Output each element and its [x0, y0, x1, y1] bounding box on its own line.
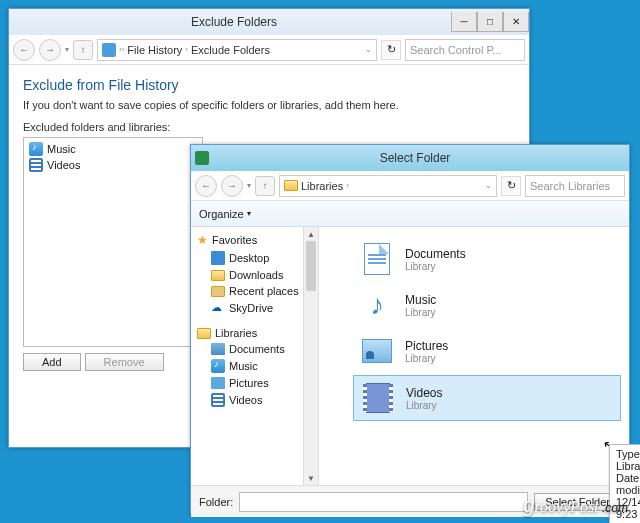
group-label: Favorites: [212, 234, 257, 246]
close-button[interactable]: ✕: [503, 12, 529, 32]
page-heading: Exclude from File History: [23, 77, 515, 93]
excluded-list[interactable]: Music Videos: [23, 137, 203, 347]
minimize-button[interactable]: ─: [451, 12, 477, 32]
page-subtext: If you don't want to save copies of spec…: [23, 99, 515, 111]
scroll-down-icon[interactable]: ▼: [304, 471, 318, 485]
up-button[interactable]: ↑: [73, 40, 93, 60]
forward-button[interactable]: →: [221, 175, 243, 197]
nav-bar: ← → ▾ ↑ Libraries › ⌄ ↻ Search Libraries: [191, 171, 629, 201]
library-item-pictures[interactable]: PicturesLibrary: [353, 329, 621, 373]
scroll-up-icon[interactable]: ▲: [304, 227, 318, 241]
documents-icon: [364, 243, 390, 275]
item-label: SkyDrive: [229, 302, 273, 314]
pictures-icon: [211, 377, 225, 389]
item-label: Videos: [229, 394, 262, 406]
item-name: Pictures: [405, 339, 448, 353]
folder-icon: [211, 270, 225, 281]
sidebar-item-desktop[interactable]: Desktop: [191, 249, 318, 267]
maximize-button[interactable]: □: [477, 12, 503, 32]
folder-label: Folder:: [199, 496, 233, 508]
library-item-videos[interactable]: VideosLibrary: [353, 375, 621, 421]
recent-dd-icon[interactable]: ▾: [65, 45, 69, 54]
music-icon: [29, 142, 43, 156]
back-button[interactable]: ←: [195, 175, 217, 197]
sidebar-item-music[interactable]: Music: [191, 357, 318, 375]
chevron-right-icon: ›: [346, 181, 349, 190]
sidebar: ★Favorites Desktop Downloads Recent plac…: [191, 227, 319, 485]
window-title: Select Folder: [209, 151, 621, 165]
item-label: Desktop: [229, 252, 269, 264]
cloud-icon: ☁: [211, 301, 225, 315]
search-input[interactable]: Search Control P...: [405, 39, 525, 61]
list-item[interactable]: Music: [27, 141, 199, 157]
sidebar-item-recent[interactable]: Recent places: [191, 283, 318, 299]
location-icon: [102, 43, 116, 57]
select-folder-window: Select Folder ← → ▾ ↑ Libraries › ⌄ ↻ Se…: [190, 144, 630, 514]
nav-bar: ← → ▾ ↑ ‹‹ File History › Exclude Folder…: [9, 35, 529, 65]
scroll-thumb[interactable]: [306, 241, 316, 291]
organize-menu[interactable]: Organize▾: [199, 208, 251, 220]
item-label: Downloads: [229, 269, 283, 281]
chevron-down-icon: ▾: [247, 209, 251, 218]
star-icon: ★: [197, 233, 208, 247]
music-icon: [211, 359, 225, 373]
sidebar-item-pictures[interactable]: Pictures: [191, 375, 318, 391]
sidebar-group-favorites[interactable]: ★Favorites: [191, 231, 318, 249]
app-icon: [195, 151, 209, 165]
address-bar[interactable]: ‹‹ File History › Exclude Folders ⌄: [97, 39, 377, 61]
organize-label: Organize: [199, 208, 244, 220]
refresh-button[interactable]: ↻: [501, 176, 521, 196]
breadcrumb[interactable]: File History: [127, 44, 182, 56]
chevron-right-icon: ›: [185, 45, 188, 54]
remove-button[interactable]: Remove: [85, 353, 164, 371]
sidebar-item-videos[interactable]: Videos: [191, 391, 318, 409]
sidebar-item-downloads[interactable]: Downloads: [191, 267, 318, 283]
scrollbar[interactable]: ▲ ▼: [303, 227, 318, 485]
desktop-icon: [211, 251, 225, 265]
sidebar-item-skydrive[interactable]: ☁SkyDrive: [191, 299, 318, 317]
video-icon: [29, 158, 43, 172]
list-item[interactable]: Videos: [27, 157, 199, 173]
titlebar[interactable]: Exclude Folders ─ □ ✕: [9, 9, 529, 35]
item-label: Pictures: [229, 377, 269, 389]
item-sub: Library: [406, 400, 442, 411]
chevron-down-icon[interactable]: ⌄: [365, 45, 372, 54]
item-label: Documents: [229, 343, 285, 355]
watermark: groovyPost .com: [523, 494, 628, 517]
videos-icon: [366, 383, 390, 413]
item-name: Videos: [406, 386, 442, 400]
library-item-music[interactable]: ♪ MusicLibrary: [353, 283, 621, 327]
chevron-icon: ‹‹: [119, 45, 124, 54]
folder-input[interactable]: [239, 492, 528, 512]
sidebar-group-libraries[interactable]: Libraries: [191, 325, 318, 341]
pictures-icon: [362, 339, 392, 363]
toolbar: Organize▾: [191, 201, 629, 227]
item-sub: Library: [405, 353, 448, 364]
library-item-documents[interactable]: DocumentsLibrary: [353, 237, 621, 281]
add-button[interactable]: Add: [23, 353, 81, 371]
video-icon: [211, 393, 225, 407]
main-pane: DocumentsLibrary ♪ MusicLibrary Pictures…: [319, 227, 629, 485]
sidebar-item-documents[interactable]: Documents: [191, 341, 318, 357]
folder-icon: [284, 180, 298, 191]
item-sub: Library: [405, 261, 466, 272]
item-label: Videos: [47, 159, 80, 171]
item-label: Music: [47, 143, 76, 155]
item-label: Recent places: [229, 285, 299, 297]
up-button[interactable]: ↑: [255, 176, 275, 196]
search-input[interactable]: Search Libraries: [525, 175, 625, 197]
breadcrumb[interactable]: Exclude Folders: [191, 44, 270, 56]
item-name: Music: [405, 293, 436, 307]
breadcrumb[interactable]: Libraries: [301, 180, 343, 192]
recent-dd-icon[interactable]: ▾: [247, 181, 251, 190]
address-bar[interactable]: Libraries › ⌄: [279, 175, 497, 197]
item-name: Documents: [405, 247, 466, 261]
forward-button[interactable]: →: [39, 39, 61, 61]
refresh-button[interactable]: ↻: [381, 40, 401, 60]
titlebar[interactable]: Select Folder: [191, 145, 629, 171]
window-title: Exclude Folders: [17, 15, 451, 29]
music-icon: ♪: [370, 289, 384, 321]
chevron-down-icon[interactable]: ⌄: [485, 181, 492, 190]
documents-icon: [211, 343, 225, 355]
back-button[interactable]: ←: [13, 39, 35, 61]
